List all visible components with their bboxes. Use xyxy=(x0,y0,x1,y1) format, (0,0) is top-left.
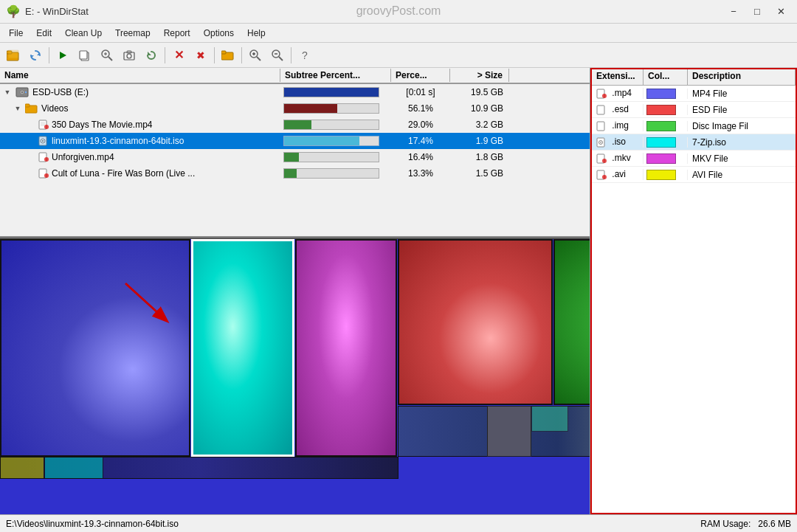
legend-desc: Disc Image Fil xyxy=(688,121,796,131)
list-item[interactable]: .img Disc Image Fil xyxy=(592,118,796,134)
status-bar: E:\Videos\linuxmint-19.3-cinnamon-64bit.… xyxy=(0,514,797,532)
toolbar-sep-4 xyxy=(241,47,242,63)
maximize-button[interactable]: □ xyxy=(747,4,767,19)
file-name-text: Cult of Luna - Fire Was Born (Live ... xyxy=(52,168,195,179)
svg-point-55 xyxy=(602,175,607,179)
treemap-cell-bottom-yellow[interactable] xyxy=(0,457,44,479)
col-header-size[interactable]: > Size xyxy=(450,69,509,82)
toolbar-help[interactable]: ? xyxy=(294,45,315,66)
table-row[interactable]: Cult of Luna - Fire Was Born (Live ... 1… xyxy=(0,165,590,182)
list-item[interactable]: .mkv MKV File xyxy=(592,151,796,167)
legend-color xyxy=(644,137,688,148)
menu-treemap[interactable]: Treemap xyxy=(109,26,156,41)
expand-icon[interactable]: ▼ xyxy=(3,88,12,97)
toolbar: ✕ ✖ ? xyxy=(0,43,797,68)
legend-list: .mp4 MP4 File .esd ESD File xyxy=(592,86,796,513)
perce-cell: 29.0% xyxy=(391,120,450,130)
expand-icon[interactable]: ▼ xyxy=(13,104,22,113)
main-area: Name Subtree Percent... Perce... > Size … xyxy=(0,68,797,514)
menu-bar: File Edit Clean Up Treemap Report Option… xyxy=(0,24,797,43)
svg-marker-15 xyxy=(148,52,151,55)
toolbar-zoom-in[interactable] xyxy=(245,45,266,66)
svg-rect-17 xyxy=(221,51,226,54)
table-row[interactable]: linuxmint-19.3-cinnamon-64bit.iso 17.4% … xyxy=(0,133,590,149)
watermark: groovyPost.com xyxy=(356,4,441,18)
legend-ext: .mp4 xyxy=(592,88,644,99)
treemap-area[interactable] xyxy=(0,238,590,514)
col-header-subtree[interactable]: Subtree Percent... xyxy=(280,69,391,82)
folder-icon xyxy=(25,103,38,114)
list-item[interactable]: .mp4 MP4 File xyxy=(592,86,796,102)
treemap-cell-bottom-cyan[interactable] xyxy=(44,457,103,479)
svg-line-9 xyxy=(108,57,112,61)
treemap-cell-mp4-2[interactable] xyxy=(295,239,397,457)
legend-ext: .esd xyxy=(592,104,644,115)
minimize-button[interactable]: − xyxy=(723,4,744,19)
file-icon xyxy=(38,168,49,179)
close-button[interactable]: ✕ xyxy=(770,4,791,19)
list-item[interactable]: .esd ESD File xyxy=(592,102,796,118)
toolbar-copy[interactable] xyxy=(75,45,95,66)
treemap-cell-mp4-1[interactable] xyxy=(0,239,190,457)
svg-point-40 xyxy=(44,157,49,162)
treemap-cell-small-2[interactable] xyxy=(531,406,568,432)
toolbar-folder-nav[interactable] xyxy=(218,45,238,66)
toolbar-play[interactable] xyxy=(52,45,73,66)
col-header-perce[interactable]: Perce... xyxy=(391,69,450,82)
size-cell: 3.2 GB xyxy=(450,120,509,130)
treemap-cell-green[interactable] xyxy=(553,239,590,405)
legend-desc: AVI File xyxy=(688,170,796,180)
list-item[interactable]: .avi AVI File xyxy=(592,167,796,183)
toolbar-zoom[interactable] xyxy=(97,45,117,66)
treemap-cell-esd[interactable] xyxy=(398,239,553,405)
legend-ext: .iso xyxy=(592,137,644,148)
treemap-cell-iso[interactable] xyxy=(191,239,294,457)
menu-edit[interactable]: Edit xyxy=(30,26,58,41)
app-icon: 🌳 xyxy=(6,4,21,18)
file-name-text: Unforgiven.mp4 xyxy=(52,152,114,162)
left-panel: Name Subtree Percent... Perce... > Size … xyxy=(0,68,590,514)
legend-desc: ESD File xyxy=(688,105,796,115)
legend-desc: MKV File xyxy=(688,153,796,164)
legend-color xyxy=(644,121,688,131)
legend-desc: MP4 File xyxy=(688,89,796,99)
title-text: E: - WinDirStat xyxy=(25,6,89,17)
list-item[interactable]: .iso 7-Zip.iso xyxy=(592,134,796,151)
menu-help[interactable]: Help xyxy=(241,26,272,41)
legend-ext: .mkv xyxy=(592,153,644,164)
legend-col-header-ext[interactable]: Extensi... xyxy=(592,69,644,85)
toolbar-refresh[interactable] xyxy=(25,45,46,66)
drive-icon xyxy=(15,86,30,98)
table-row[interactable]: Unforgiven.mp4 16.4% 1.8 GB xyxy=(0,149,590,165)
legend-color xyxy=(644,170,688,180)
legend-col-header-desc[interactable]: Description xyxy=(688,69,796,85)
size-cell: 19.5 GB xyxy=(450,87,509,97)
table-row[interactable]: ▼ ESD-USB (E:) [0:01 s] 19.5 GB xyxy=(0,84,590,100)
perce-cell: 13.3% xyxy=(391,168,450,179)
svg-line-23 xyxy=(279,57,283,61)
perce-cell: 17.4% xyxy=(391,136,450,146)
perce-cell: 16.4% xyxy=(391,152,450,162)
legend-desc: 7-Zip.iso xyxy=(688,137,796,148)
table-row[interactable]: ▼ Videos 56.1% 10.9 GB xyxy=(0,100,590,117)
file-name-text: Videos xyxy=(41,103,68,114)
perce-cell: [0:01 s] xyxy=(391,87,450,97)
toolbar-cancel[interactable]: ✖ xyxy=(190,45,211,66)
svg-point-51 xyxy=(600,142,601,143)
toolbar-screenshot[interactable] xyxy=(119,45,139,66)
menu-cleanup[interactable]: Clean Up xyxy=(59,26,108,41)
title-left: 🌳 E: - WinDirStat xyxy=(6,4,89,18)
svg-point-35 xyxy=(44,125,49,129)
toolbar-delete[interactable]: ✕ xyxy=(168,45,189,66)
toolbar-reload[interactable] xyxy=(141,45,162,66)
menu-file[interactable]: File xyxy=(3,26,29,41)
treemap-cell-small-1[interactable] xyxy=(487,406,531,457)
table-row[interactable]: 350 Days The Movie.mp4 29.0% 3.2 GB xyxy=(0,117,590,133)
toolbar-zoom-out[interactable] xyxy=(267,45,288,66)
menu-report[interactable]: Report xyxy=(158,26,196,41)
legend-col-header-color[interactable]: Col... xyxy=(644,69,688,85)
col-header-name[interactable]: Name xyxy=(0,69,280,82)
menu-options[interactable]: Options xyxy=(198,26,240,41)
toolbar-open[interactable] xyxy=(3,45,24,66)
legend-ext: .img xyxy=(592,120,644,131)
